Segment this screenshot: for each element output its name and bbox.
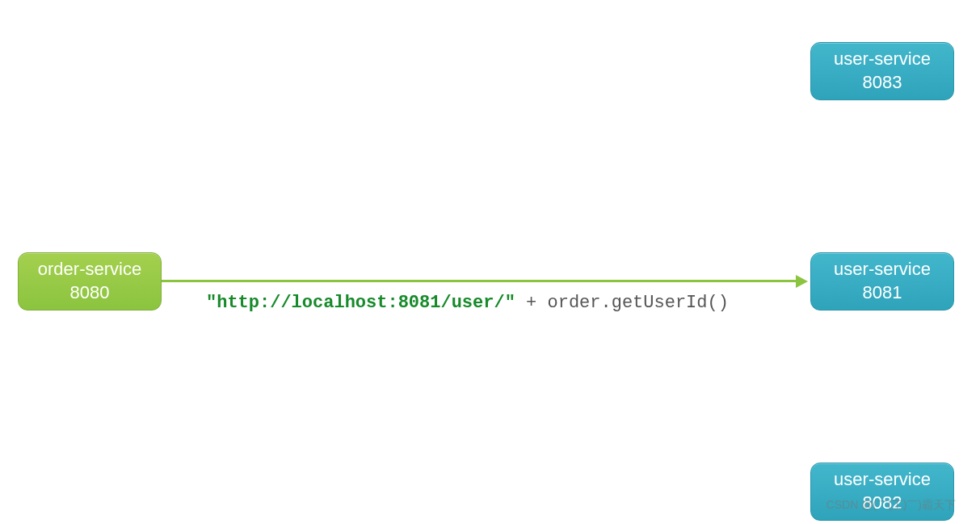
- service-name: user-service: [834, 468, 931, 492]
- code-expression: + order.getUserId(): [515, 293, 729, 313]
- user-service-node-8081: user-service 8081: [810, 252, 954, 311]
- connection-arrow-head-icon: [796, 275, 808, 288]
- service-name: user-service: [834, 48, 931, 71]
- code-url-literal: "http://localhost:8081/user/": [206, 293, 515, 313]
- service-port: 8081: [863, 281, 902, 305]
- user-service-node-8083: user-service 8083: [810, 42, 954, 100]
- service-name: order-service: [38, 258, 141, 281]
- service-port: 8080: [70, 281, 110, 305]
- service-name: user-service: [834, 258, 931, 281]
- service-port: 8083: [863, 71, 902, 95]
- connection-code-label: "http://localhost:8081/user/" + order.ge…: [206, 293, 729, 313]
- connection-arrow-line: [162, 280, 796, 282]
- user-service-node-8082: user-service 8082: [810, 463, 954, 521]
- order-service-node: order-service 8080: [18, 252, 162, 311]
- service-port: 8082: [863, 492, 902, 515]
